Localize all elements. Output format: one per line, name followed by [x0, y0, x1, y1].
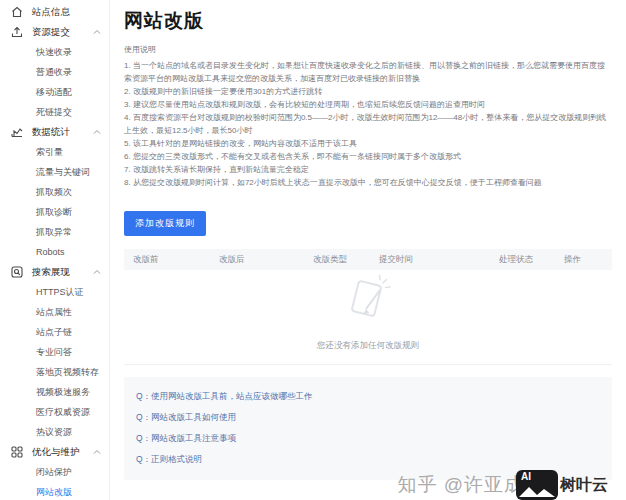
logo-ai-label: AI [521, 471, 531, 482]
faq-link-regex-format[interactable]: Q：正则格式说明 [136, 449, 600, 470]
chevron-up-icon [93, 29, 101, 35]
sidebar-item-video-speed[interactable]: 视频极速服务 [0, 382, 109, 402]
instruction-line: 4. 百度搜索资源平台对改版规则的校验时间范围为0.5——2小时，改版生效时间范… [124, 111, 612, 137]
sidebar-item-dead-link[interactable]: 死链提交 [0, 102, 109, 122]
column-header-after: 改版后 [219, 254, 313, 266]
usage-label: 使用说明 [124, 44, 612, 55]
instruction-line: 3. 建议您尽量使用站点改版和规则改版，会有比较短的处理周期，也缩短后续您反馈问… [124, 98, 612, 111]
sidebar-item-site-revision[interactable]: 网站改版 [0, 482, 109, 500]
mountain-icon [518, 484, 556, 498]
brand-name: 树叶云 [560, 475, 608, 496]
sidebar-section-data-stats[interactable]: 数据统计 [0, 122, 109, 142]
sidebar-item-https-cert[interactable]: HTTPS认证 [0, 282, 109, 302]
sidebar-item-hot-resource[interactable]: 热议资源 [0, 422, 109, 442]
chart-icon [10, 126, 23, 139]
search-icon [10, 266, 23, 279]
sidebar-item-crawl-frequency[interactable]: 抓取频次 [0, 182, 109, 202]
sidebar-item-site-closure[interactable]: 闭站保护 [0, 462, 109, 482]
sidebar-section-label: 数据统计 [32, 126, 70, 139]
sidebar-item-label: 站点信息 [32, 6, 70, 19]
sidebar-section-label: 优化与维护 [32, 446, 80, 459]
instruction-line: 6. 您提交的三类改版形式，不能有交叉或者包含关系，即不能有一条链接同时属于多个… [124, 150, 612, 163]
column-header-type: 改版类型 [313, 254, 379, 266]
watermark-text: 知乎 @许亚成 [397, 472, 524, 498]
chevron-up-icon [93, 269, 101, 275]
empty-document-illustration [339, 274, 397, 332]
instruction-line: 5. 该工具针对的是网站链接的改变，网站内容改版不适用于该工具 [124, 137, 612, 150]
sidebar-section-label: 搜索展现 [32, 266, 70, 279]
grid-icon [10, 446, 23, 459]
table-header-row: 改版前 改版后 改版类型 提交时间 处理状态 操作 [124, 249, 612, 270]
sidebar-item-robots[interactable]: Robots [0, 242, 109, 262]
sidebar-item-landing-video[interactable]: 落地页视频转存 [0, 362, 109, 382]
submit-icon [10, 26, 23, 39]
column-header-before: 改版前 [133, 254, 219, 266]
page-title: 网站改版 [124, 8, 612, 34]
sidebar-item-normal-include[interactable]: 普通收录 [0, 62, 109, 82]
sidebar-item-fast-include[interactable]: 快速收录 [0, 42, 109, 62]
app-window: 站点信息 资源提交 快速收录 普通收录 移动适配 死链提交 数据统计 索引量 流… [0, 0, 626, 500]
sidebar-section-resource-submit[interactable]: 资源提交 [0, 22, 109, 42]
usage-instructions: 1. 当一个站点的域名或者目录发生变化时，如果想让百度快速收录变化之后的新链接、… [124, 59, 612, 189]
column-header-submit-time: 提交时间 [379, 254, 499, 266]
empty-state: 您还没有添加任何改版规则 [124, 274, 612, 352]
sidebar-section-search-display[interactable]: 搜索展现 [0, 262, 109, 282]
sidebar-section-optimize-maintain[interactable]: 优化与维护 [0, 442, 109, 462]
sidebar-item-traffic-keywords[interactable]: 流量与关键词 [0, 162, 109, 182]
main-content: 网站改版 使用说明 1. 当一个站点的域名或者目录发生变化时，如果想让百度快速收… [110, 0, 626, 500]
sidebar-item-index-volume[interactable]: 索引量 [0, 142, 109, 162]
section-divider [124, 364, 612, 365]
sidebar-item-mobile-adapt[interactable]: 移动适配 [0, 82, 109, 102]
watermark: 知乎 @许亚成 AI 树叶云 [397, 470, 608, 500]
faq-link-how-to-use[interactable]: Q：网站改版工具如何使用 [136, 407, 600, 428]
ai-leaf-cloud-logo-icon: AI [516, 470, 558, 500]
chevron-up-icon [93, 129, 101, 135]
sidebar-item-site-sublink[interactable]: 站点子链 [0, 322, 109, 342]
instruction-line: 7. 改版跳转关系请长期保持，直到新站流量完全稳定 [124, 163, 612, 176]
sidebar-item-site-info[interactable]: 站点信息 [0, 2, 109, 22]
sidebar-item-medical-resource[interactable]: 医疗权威资源 [0, 402, 109, 422]
home-icon [10, 6, 23, 19]
chevron-up-icon [93, 449, 101, 455]
sidebar: 站点信息 资源提交 快速收录 普通收录 移动适配 死链提交 数据统计 索引量 流… [0, 0, 110, 500]
instruction-line: 2. 改版规则中的新旧链接一定要使用301的方式进行跳转 [124, 85, 612, 98]
empty-state-text: 您还没有添加任何改版规则 [124, 340, 612, 352]
sidebar-item-crawl-diagnosis[interactable]: 抓取诊断 [0, 202, 109, 222]
faq-link-preparation[interactable]: Q：使用网站改版工具前，站点应该做哪些工作 [136, 386, 600, 407]
faq-panel: Q：使用网站改版工具前，站点应该做哪些工作 Q：网站改版工具如何使用 Q：网站改… [124, 377, 612, 480]
instruction-line: 1. 当一个站点的域名或者目录发生变化时，如果想让百度快速收录变化之后的新链接、… [124, 59, 612, 85]
column-header-action: 操作 [564, 254, 612, 266]
sidebar-item-crawl-error[interactable]: 抓取异常 [0, 222, 109, 242]
sidebar-section-label: 资源提交 [32, 26, 70, 39]
column-header-status: 处理状态 [499, 254, 564, 266]
sidebar-item-site-attribute[interactable]: 站点属性 [0, 302, 109, 322]
faq-link-notes[interactable]: Q：网站改版工具注意事项 [136, 428, 600, 449]
add-revision-rule-button[interactable]: 添加改版规则 [124, 211, 206, 236]
sidebar-item-professional-qa[interactable]: 专业问答 [0, 342, 109, 362]
instruction-line: 8. 从您提交改版规则时间计算，如72小时后线上状态一直提示改版中，您可在反馈中… [124, 176, 612, 189]
